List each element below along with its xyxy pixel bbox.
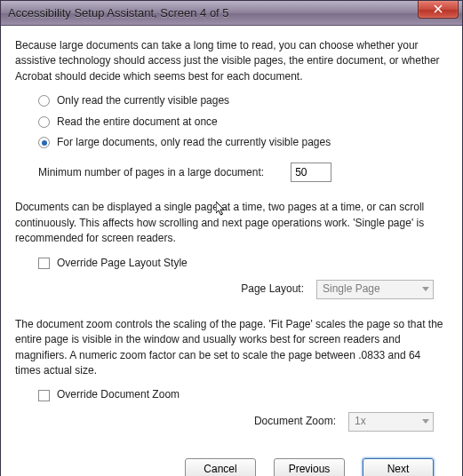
page-layout-dropdown[interactable]: Single Page [316,280,434,299]
document-zoom-intro: The document zoom controls the scaling o… [15,317,448,379]
checkbox-icon [38,390,50,401]
checkbox-icon [38,258,50,269]
document-zoom-dropdown-row: Document Zoom: 1x [15,412,434,432]
page-layout-intro: Documents can be displayed a single page… [15,200,448,246]
override-document-zoom-row[interactable]: Override Document Zoom [38,387,448,402]
dialog-window: Accessibility Setup Assistant, Screen 4 … [0,0,463,476]
radio-icon [38,137,50,148]
checkbox-label: Override Page Layout Style [57,256,188,271]
chevron-down-icon [422,419,429,424]
document-zoom-label: Document Zoom: [254,414,336,429]
dropdown-value: Single Page [323,282,419,297]
page-layout-dropdown-row: Page Layout: Single Page [15,280,434,299]
min-pages-row: Minimum number of pages in a large docum… [38,163,448,182]
cancel-button[interactable]: Cancel [185,458,256,476]
radio-label: Read the entire document at once [57,115,218,130]
radio-label: Only read the currently visible pages [57,93,229,108]
document-zoom-dropdown[interactable]: 1x [348,412,434,432]
reading-mode-radio-group: Only read the currently visible pages Re… [38,93,448,150]
dropdown-value: 1x [355,414,419,429]
reading-mode-intro: Because large documents can take a long … [15,38,448,84]
dialog-content: Because large documents can take a long … [1,26,462,476]
previous-button[interactable]: Previous [274,458,345,476]
radio-row-visible-pages[interactable]: Only read the currently visible pages [38,93,448,108]
titlebar: Accessibility Setup Assistant, Screen 4 … [1,1,462,26]
checkbox-label: Override Document Zoom [57,387,180,402]
min-pages-input[interactable] [291,163,331,182]
radio-icon [38,95,50,107]
radio-icon [38,116,50,128]
next-button[interactable]: Next [363,458,434,476]
radio-label: For large documents, only read the curre… [57,135,331,150]
override-page-layout-row[interactable]: Override Page Layout Style [38,256,448,271]
button-row: Cancel Previous Next [15,449,448,476]
close-button[interactable] [418,1,459,19]
window-title: Accessibility Setup Assistant, Screen 4 … [8,6,418,20]
radio-row-large-documents[interactable]: For large documents, only read the curre… [38,135,448,150]
min-pages-label: Minimum number of pages in a large docum… [38,165,264,180]
radio-row-entire-document[interactable]: Read the entire document at once [38,115,448,130]
page-layout-label: Page Layout: [241,282,304,297]
close-icon [434,4,443,13]
chevron-down-icon [422,287,429,291]
